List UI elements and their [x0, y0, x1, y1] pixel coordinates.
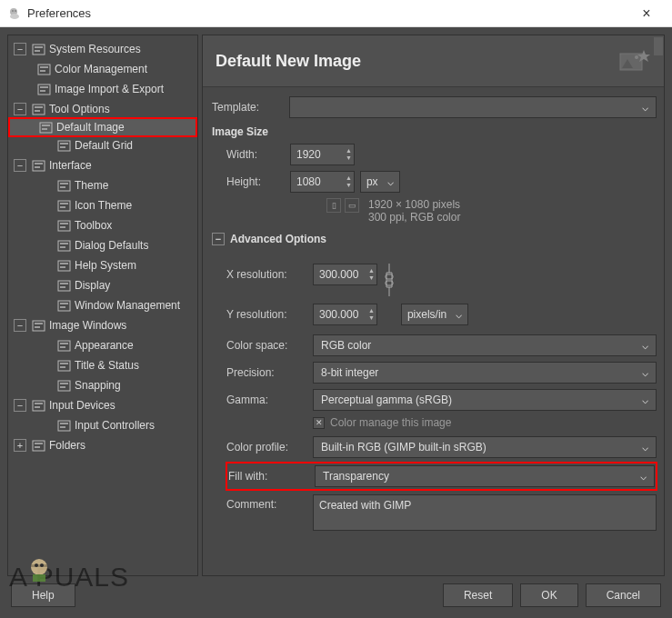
- tree-item[interactable]: −Interface: [8, 155, 197, 175]
- fill-label: Fill with:: [228, 470, 315, 483]
- expander-icon[interactable]: −: [14, 159, 26, 172]
- svg-rect-19: [58, 141, 70, 151]
- close-button[interactable]: ×: [628, 1, 665, 26]
- svg-point-1: [10, 14, 19, 19]
- tree-item[interactable]: Color Management: [8, 59, 197, 79]
- tree-label: Default Image: [56, 121, 125, 134]
- tree-item[interactable]: Toolbox: [8, 215, 197, 235]
- spin-up-icon[interactable]: ▲: [368, 307, 375, 314]
- spin-up-icon[interactable]: ▲: [346, 147, 352, 154]
- spin-down-icon[interactable]: ▼: [368, 274, 375, 282]
- svg-rect-34: [58, 241, 70, 251]
- svg-rect-15: [35, 110, 40, 112]
- spin-down-icon[interactable]: ▼: [346, 182, 352, 189]
- tree-item[interactable]: −Input Devices: [8, 395, 197, 415]
- svg-rect-8: [40, 66, 48, 68]
- chain-icon[interactable]: [383, 262, 396, 298]
- tree-label: Snapping: [75, 379, 121, 392]
- svg-rect-30: [60, 206, 65, 208]
- tree-item[interactable]: Image Import & Export: [8, 79, 197, 99]
- yres-input[interactable]: ▲▼: [313, 304, 377, 325]
- svg-rect-12: [40, 90, 45, 92]
- tree-item[interactable]: Input Controllers: [8, 415, 197, 435]
- portrait-icon[interactable]: ▯: [326, 198, 341, 213]
- help-button[interactable]: Help: [11, 583, 75, 607]
- colorspace-label: Color space:: [226, 339, 313, 352]
- expander-icon[interactable]: −: [14, 103, 26, 115]
- width-input[interactable]: ▲▼: [290, 144, 355, 165]
- res-unit-select[interactable]: pixels/in⌵: [401, 304, 468, 325]
- cancel-button[interactable]: Cancel: [586, 583, 661, 607]
- tree-item[interactable]: Help System: [8, 255, 197, 275]
- tree-item[interactable]: Theme: [8, 175, 197, 195]
- svg-rect-9: [40, 70, 45, 72]
- chevron-down-icon: ⌵: [642, 366, 648, 379]
- expander-icon[interactable]: −: [14, 319, 26, 332]
- svg-point-2: [12, 10, 14, 12]
- tree-item[interactable]: Default Grid: [8, 135, 197, 155]
- tree-label: Input Controllers: [75, 419, 155, 432]
- template-select[interactable]: ⌵: [289, 96, 657, 118]
- xres-input[interactable]: ▲▼: [313, 264, 377, 285]
- expander-icon[interactable]: −: [14, 43, 26, 55]
- expander-icon[interactable]: −: [14, 399, 26, 412]
- colorspace-select[interactable]: RGB color⌵: [313, 334, 657, 356]
- expander-icon[interactable]: +: [14, 439, 26, 452]
- svg-rect-60: [35, 406, 40, 408]
- spin-down-icon[interactable]: ▼: [368, 314, 375, 322]
- reset-button[interactable]: Reset: [443, 583, 513, 607]
- svg-rect-58: [33, 401, 45, 411]
- colorprofile-select[interactable]: Built-in RGB (GIMP built-in sRGB)⌵: [313, 436, 657, 458]
- tree-item[interactable]: −Tool Options: [8, 99, 197, 119]
- svg-rect-33: [60, 226, 65, 228]
- tree-label: Interface: [49, 159, 92, 172]
- tree-item[interactable]: +Folders: [8, 435, 197, 455]
- unit-select[interactable]: px⌵: [360, 171, 400, 193]
- tree-item[interactable]: Window Management: [8, 295, 197, 315]
- chevron-down-icon: ⌵: [456, 308, 462, 321]
- tree-label: Window Management: [75, 299, 180, 312]
- svg-rect-44: [60, 303, 68, 304]
- spin-down-icon[interactable]: ▼: [346, 154, 352, 162]
- preferences-tree[interactable]: −System ResourcesColor ManagementImage I…: [7, 35, 198, 576]
- spin-up-icon[interactable]: ▲: [368, 267, 375, 274]
- width-label: Width:: [226, 148, 290, 161]
- svg-rect-65: [35, 443, 43, 444]
- svg-rect-11: [40, 86, 48, 88]
- tree-item[interactable]: Icon Theme: [8, 195, 197, 215]
- tree-item[interactable]: Default Image: [8, 117, 197, 137]
- svg-rect-24: [35, 166, 40, 168]
- scrollbar[interactable]: [654, 37, 663, 55]
- tree-item[interactable]: −Image Windows: [8, 315, 197, 335]
- panel-body: Template: ⌵ Image Size Width:: [203, 87, 664, 545]
- tree-item[interactable]: Dialog Defaults: [8, 235, 197, 255]
- svg-rect-50: [60, 343, 68, 344]
- svg-rect-59: [35, 403, 43, 404]
- image-size-heading: Image Size: [212, 125, 657, 138]
- expander-icon[interactable]: −: [212, 233, 225, 245]
- advanced-heading[interactable]: − Advanced Options: [212, 233, 657, 245]
- svg-rect-14: [35, 106, 43, 108]
- tree-item[interactable]: Snapping: [8, 375, 197, 395]
- ok-button[interactable]: OK: [520, 583, 577, 607]
- svg-rect-51: [60, 346, 65, 348]
- tree-item[interactable]: Title & Status: [8, 355, 197, 375]
- svg-rect-48: [35, 326, 40, 328]
- landscape-icon[interactable]: ▭: [345, 198, 359, 213]
- image-info: 1920 × 1080 pixels 300 ppi, RGB color: [368, 198, 460, 224]
- panel-header: Default New Image: [203, 35, 664, 87]
- spin-up-icon[interactable]: ▲: [346, 174, 352, 182]
- fill-select[interactable]: Transparency⌵: [315, 465, 655, 487]
- precision-select[interactable]: 8-bit integer⌵: [313, 362, 657, 384]
- height-input[interactable]: ▲▼: [290, 171, 355, 193]
- comment-input[interactable]: Created with GIMP: [313, 494, 657, 531]
- gamma-select[interactable]: Perceptual gamma (sRGB)⌵: [313, 389, 657, 411]
- svg-rect-23: [35, 163, 43, 164]
- svg-rect-17: [42, 125, 50, 126]
- panel-heading: Default New Image: [216, 52, 361, 71]
- tree-item[interactable]: Appearance: [8, 335, 197, 355]
- tree-item[interactable]: −System Resources: [8, 39, 197, 59]
- tree-label: Title & Status: [75, 359, 139, 372]
- color-manage-checkbox[interactable]: ✕ Color manage this image: [313, 416, 657, 429]
- tree-item[interactable]: Display: [8, 275, 197, 295]
